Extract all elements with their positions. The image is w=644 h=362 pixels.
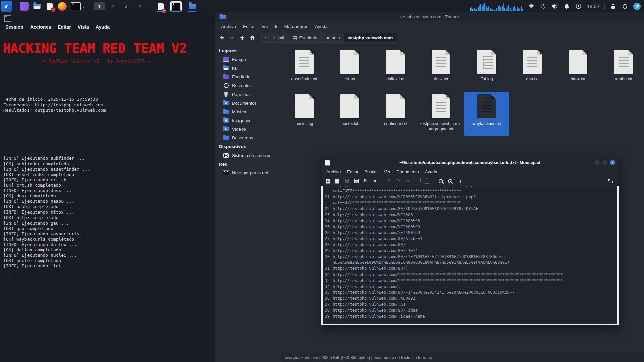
taskbar-mousepad-button[interactable] <box>156 0 165 12</box>
thunar-menu-item[interactable]: Ayuda <box>312 24 331 29</box>
taskbar-file-manager-button[interactable] <box>187 0 197 12</box>
terminal-launcher[interactable] <box>19 2 29 11</box>
terminal-menu-item[interactable]: Session <box>3 24 25 30</box>
file-manager-launcher[interactable] <box>32 2 42 11</box>
thunar-menu-item[interactable]: Marcadores <box>281 24 312 29</box>
sidebar-item[interactable]: ▣ Imágenes <box>215 116 281 125</box>
sep-icon[interactable] <box>380 177 384 185</box>
new-icon[interactable]: + <box>324 177 332 185</box>
sidebar-item[interactable]: Escritorio <box>215 72 281 81</box>
sidebar-item[interactable]: Sistema de archivos <box>215 151 281 160</box>
terminal-menu-item[interactable]: Editar <box>56 24 73 30</box>
file-item[interactable]: naabu.txt <box>601 47 644 92</box>
terminal-output[interactable]: Fecha de inicio: 2025-11-15 17:59:38Esca… <box>3 70 215 285</box>
mousepad-menu-item[interactable]: Ver <box>381 169 394 174</box>
file-item[interactable]: httpx.txt <box>555 47 601 92</box>
xterm-launcher[interactable]: $_⌄ <box>70 2 85 11</box>
jump-icon[interactable]: ↴ <box>455 177 464 185</box>
thunar-menu-item[interactable]: Ver <box>258 24 271 29</box>
mousepad-menu-item[interactable]: Editar <box>344 169 361 174</box>
copy-icon[interactable] <box>413 177 421 185</box>
file-item[interactable]: assetfinder.txt <box>281 47 327 92</box>
open-icon[interactable] <box>333 177 341 185</box>
taskbar-terminal-button[interactable]: $_ <box>170 0 182 12</box>
sidebar-item[interactable]: kali <box>215 64 281 72</box>
mousepad-menu-item[interactable]: Ayuda <box>422 169 440 174</box>
breadcrumb-button[interactable]: ⌂ kali <box>269 33 288 42</box>
minimize-button[interactable] <box>595 160 600 165</box>
up-button[interactable] <box>238 33 247 42</box>
saveas-icon[interactable] <box>352 177 360 185</box>
workspace-button[interactable]: 4 <box>134 2 145 10</box>
text-editor-launcher[interactable] <box>45 2 54 11</box>
thunar-menu-item[interactable]: Editar <box>239 24 258 29</box>
path-scroll-left-button[interactable]: ‹ <box>262 33 269 42</box>
file-item[interactable]: dalfox.log <box>373 47 418 92</box>
redo-icon[interactable]: ↷ <box>394 177 402 185</box>
file-item[interactable]: nuclei.log <box>281 92 327 136</box>
workspace-button[interactable]: 2 <box>107 2 118 10</box>
line-text: http://testphp.vulnweb.com/%E2%80%9D <box>333 230 420 236</box>
terminal-menu-item[interactable]: Ayuda <box>94 24 112 30</box>
file-item[interactable]: nuclei.txt <box>327 92 373 136</box>
home-button[interactable] <box>248 33 257 42</box>
paste-icon[interactable] <box>423 177 431 185</box>
thunar-titlebar[interactable]: testphp.vulnweb.com - Thunar <box>215 12 644 21</box>
sidebar-item[interactable]: Navegar por la red <box>215 168 281 177</box>
sep-icon[interactable] <box>432 177 435 185</box>
clock[interactable]: 18:02 <box>587 3 599 9</box>
file-item[interactable]: dnsx.txt <box>418 47 464 92</box>
sidebar-item[interactable]: ≡ Documentos <box>215 99 281 107</box>
thunar-menu-item[interactable]: Ir <box>272 24 281 29</box>
save-icon[interactable] <box>343 177 351 185</box>
mousepad-titlebar[interactable]: ~/Escritorio/outputs/testphp.vulnweb.com… <box>321 158 619 168</box>
logout-icon[interactable] <box>622 2 628 10</box>
wifi-icon[interactable] <box>528 2 535 10</box>
file-item[interactable]: subfinder.txt <box>373 92 418 136</box>
firefox-launcher[interactable] <box>58 2 67 11</box>
file-item[interactable]: crt.txt <box>327 47 373 92</box>
mousepad-menu-item[interactable]: Archivo <box>323 169 344 174</box>
thunar-menu-item[interactable]: Archivo <box>218 24 239 29</box>
cut-icon[interactable]: ✂ <box>404 177 412 185</box>
forward-button[interactable] <box>228 33 236 42</box>
sidebar-item[interactable]: ↓ Descargas <box>215 133 281 142</box>
file-item[interactable]: waybackurls.txt <box>464 92 509 136</box>
mousepad-menu-item[interactable]: Buscar <box>361 169 381 174</box>
replace-icon[interactable] <box>446 177 454 185</box>
sidebar-item[interactable]: ▶ Vídeos <box>215 125 281 133</box>
mousepad-window[interactable]: ~/Escritorio/outputs/testphp.vulnweb.com… <box>321 158 619 325</box>
breadcrumb-button[interactable]: testphp.vulnweb.com <box>344 33 397 42</box>
editor-text-area[interactable]: 20 http://testphp.vulnweb.com/%CB%93%E2%… <box>321 186 619 325</box>
bluetooth-icon[interactable] <box>540 2 546 10</box>
telegram-icon[interactable] <box>633 3 641 10</box>
find-icon[interactable] <box>437 177 445 185</box>
fullscreen-icon[interactable] <box>606 177 614 185</box>
undo-icon[interactable]: ↶ <box>385 177 393 185</box>
sidebar-item[interactable]: Papelera <box>215 90 281 99</box>
sidebar-item[interactable]: ✓ Recientes <box>215 81 281 90</box>
reload-icon[interactable]: ↻ <box>362 177 370 185</box>
volume-icon[interactable] <box>551 2 558 10</box>
close-button[interactable]: ✕ <box>610 160 615 165</box>
sidebar-item[interactable]: Equipo <box>215 55 281 64</box>
kali-menu-button[interactable] <box>1 1 12 12</box>
workspace-button[interactable]: 1 <box>94 2 105 10</box>
close-icon[interactable]: ✕ <box>371 177 379 185</box>
maximize-button[interactable] <box>602 160 607 165</box>
workspace-button[interactable]: 3 <box>120 2 132 10</box>
terminal-window[interactable]: SessionAccionesEditarVistaAyuda HACKING … <box>0 12 215 362</box>
notifications-bell-icon[interactable] <box>563 2 570 10</box>
terminal-menu-item[interactable]: Acciones <box>28 24 53 30</box>
breadcrumb-button[interactable]: ▤ Escritorio <box>288 33 321 42</box>
updates-icon[interactable] <box>575 2 582 10</box>
mousepad-menu-item[interactable]: Documento <box>393 169 422 174</box>
sidebar-item[interactable]: ♪ Música <box>215 107 281 116</box>
breadcrumb-button[interactable]: outputs <box>322 33 344 42</box>
terminal-menu-item[interactable]: Vista <box>76 24 91 30</box>
file-item[interactable]: gau.txt <box>509 47 555 92</box>
file-item[interactable]: ffuf.log <box>464 47 509 92</box>
file-item[interactable]: testphp.vulnweb.com_aggregate.txt <box>418 92 464 136</box>
lock-screen-icon[interactable] <box>610 2 616 10</box>
back-button[interactable] <box>218 33 226 42</box>
